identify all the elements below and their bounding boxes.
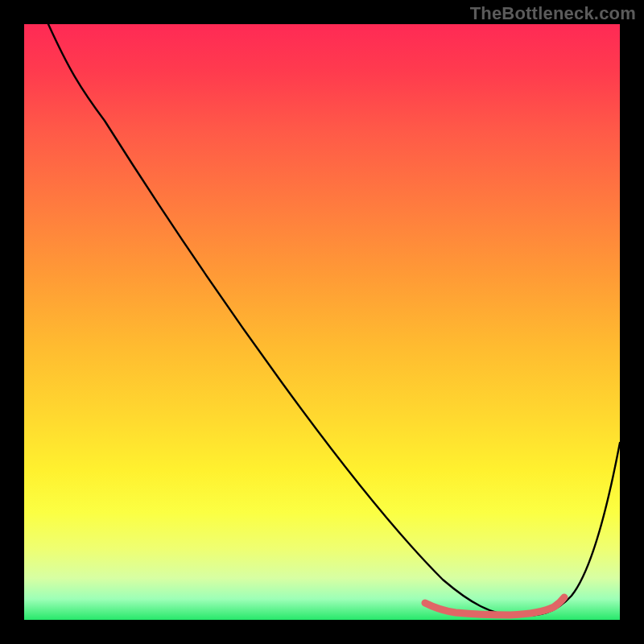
watermark-text: TheBottleneck.com	[470, 3, 636, 24]
chart-frame: TheBottleneck.com	[0, 0, 644, 644]
curve-layer	[24, 24, 620, 620]
optimal-range-marker	[425, 597, 564, 615]
bottleneck-curve	[48, 24, 620, 616]
plot-area	[24, 24, 620, 620]
